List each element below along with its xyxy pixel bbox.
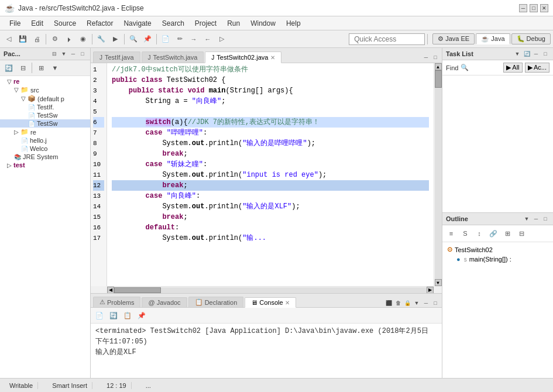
console-tab-close-btn[interactable]: ✕ <box>285 300 290 306</box>
minimize-panel-button[interactable]: ─ <box>69 50 77 58</box>
console-scroll-lock-btn[interactable]: 🔒 <box>403 299 411 307</box>
tree-item-src[interactable]: ▽ 📁 src <box>0 85 90 94</box>
sync-btn[interactable]: 🔄 <box>2 61 15 74</box>
toolbar-btn-3[interactable]: 🖨 <box>30 33 43 46</box>
filter-all-btn[interactable]: ▶ All <box>503 63 523 73</box>
tree-item-default-package[interactable]: ▽ 📦 (default p <box>0 94 90 103</box>
tree-item-testif[interactable]: 📄 TestIf. <box>0 103 90 111</box>
console-new-btn[interactable]: 📄 <box>93 309 106 322</box>
quick-access-input[interactable] <box>349 33 425 45</box>
tree-item-welcome[interactable]: 📄 Welco <box>0 145 90 153</box>
task-view-menu-btn[interactable]: ▼ <box>513 50 521 58</box>
toolbar-btn-8[interactable]: ▶ <box>109 33 122 46</box>
toolbar-btn-9[interactable]: 🔍 <box>127 33 140 46</box>
toolbar-btn-6[interactable]: ◉ <box>77 33 90 46</box>
console-refresh-btn[interactable]: 🔄 <box>107 309 120 322</box>
console-view-menu-btn[interactable]: ▼ <box>413 299 421 307</box>
view-menu2-btn[interactable]: ▼ <box>49 61 61 74</box>
console-paste-btn[interactable]: 📌 <box>135 309 148 322</box>
outline-hide-fields-btn[interactable]: ≡ <box>445 227 458 240</box>
outline-link-btn[interactable]: 🔗 <box>487 227 500 240</box>
console-minimize-btn[interactable]: ─ <box>422 299 430 307</box>
menu-refactor[interactable]: Refactor <box>82 18 118 29</box>
collapse-btn[interactable]: ⊟ <box>16 61 29 74</box>
toolbar-btn-5[interactable]: ⏵ <box>63 33 75 46</box>
scrollbar-thumb[interactable] <box>435 70 442 88</box>
outline-collapse-btn[interactable]: ⊟ <box>515 227 528 240</box>
tree-item-testswitch[interactable]: 📄 TestSw <box>0 111 90 119</box>
menu-search[interactable]: Search <box>157 18 189 29</box>
toolbar-btn-11[interactable]: 📄 <box>159 33 172 46</box>
outline-expand-btn[interactable]: ⊞ <box>501 227 514 240</box>
hscroll-left-btn[interactable]: ◀ <box>107 287 114 294</box>
perspective-java-ee[interactable]: ⚙ Java EE <box>432 33 475 44</box>
toolbar-btn-13[interactable]: → <box>187 33 200 46</box>
toolbar-btn-1[interactable]: ◁ <box>2 33 15 46</box>
tree-item-test[interactable]: ▷ test <box>0 161 90 169</box>
task-minimize-btn[interactable]: ─ <box>532 50 540 58</box>
tree-item-jre[interactable]: 📚 JRE System <box>0 153 90 161</box>
maximize-panel-button[interactable]: □ <box>78 50 87 58</box>
tab-javadoc[interactable]: @ Javadoc <box>142 297 187 307</box>
outline-class[interactable]: ⊙ TestSwitch02 <box>445 245 551 255</box>
tree-item-re2[interactable]: ▷ 📁 re <box>0 128 90 136</box>
toolbar-btn-2[interactable]: 💾 <box>16 33 29 46</box>
outline-header: Outline ▼ ─ □ <box>442 213 553 225</box>
outline-maximize-btn[interactable]: □ <box>541 215 549 223</box>
tree-item-re[interactable]: ▽ re <box>0 77 90 85</box>
outline-minimize-btn[interactable]: ─ <box>532 215 540 223</box>
view-menu-button[interactable]: ▼ <box>60 50 68 58</box>
editor-minimize-btn[interactable]: ─ <box>422 53 430 61</box>
tab-problems[interactable]: ⚠ Problems <box>93 297 140 307</box>
toolbar-btn-14[interactable]: ← <box>201 33 214 46</box>
hscroll-right-btn[interactable]: ▶ <box>427 287 434 294</box>
console-maximize-btn[interactable]: □ <box>431 299 439 307</box>
scrollbar-down-btn[interactable]: ▼ <box>435 279 442 286</box>
code-content[interactable]: //jdk7.0中switch可以使用字符串做条件 public class T… <box>107 63 434 286</box>
toolbar-btn-12[interactable]: ✏ <box>173 33 186 46</box>
toolbar-btn-10[interactable]: 📌 <box>141 33 154 46</box>
tree-item-testswitch02[interactable]: 📄 TestSw <box>0 119 90 128</box>
toolbar-btn-4[interactable]: ⚙ <box>49 33 61 46</box>
toolbar-btn-15[interactable]: ▷ <box>215 33 228 46</box>
maximize-button[interactable]: □ <box>530 4 538 12</box>
task-sync-btn[interactable]: 🔄 <box>523 50 531 58</box>
close-button[interactable]: ✕ <box>540 4 548 12</box>
tab-console[interactable]: 🖥 Console ✕ <box>245 297 296 308</box>
scrollbar-up-btn[interactable]: ▲ <box>435 63 442 70</box>
filter-ac-btn[interactable]: ▶ Ac... <box>525 63 549 73</box>
menu-file[interactable]: File <box>5 18 25 29</box>
task-maximize-btn[interactable]: □ <box>541 50 549 58</box>
menu-project[interactable]: Project <box>190 18 221 29</box>
filter-btn[interactable]: ⊞ <box>35 61 47 74</box>
menu-edit[interactable]: Edit <box>26 18 48 29</box>
outline-method[interactable]: ● s main(String[]) : <box>445 255 551 264</box>
tree-item-hello[interactable]: 📄 hello.j <box>0 136 90 145</box>
menu-navigate[interactable]: Navigate <box>119 18 156 29</box>
tab-close-button[interactable]: ✕ <box>270 54 275 61</box>
perspective-java[interactable]: ☕ Java <box>476 33 510 44</box>
tab-testswitch[interactable]: J TestSwitch.java <box>142 51 204 63</box>
menu-help[interactable]: Help <box>281 18 305 29</box>
minimize-button[interactable]: ─ <box>519 4 527 12</box>
outline-sort-btn[interactable]: ↕ <box>473 227 486 240</box>
editor-maximize-btn[interactable]: □ <box>431 53 439 61</box>
hscroll-thumb[interactable] <box>114 287 161 293</box>
menu-window[interactable]: Window <box>246 18 280 29</box>
file-icon: 📄 <box>28 121 35 127</box>
toolbar-btn-7[interactable]: 🔧 <box>95 33 108 46</box>
console-copy-btn[interactable]: 📋 <box>121 309 134 322</box>
console-clear-btn[interactable]: 🗑 <box>394 299 402 307</box>
console-stop-btn[interactable]: ⬛ <box>384 299 393 307</box>
tab-declaration[interactable]: 📋 Declaration <box>188 297 244 307</box>
collapse-all-button[interactable]: ⊟ <box>50 50 59 58</box>
editor-hscrollbar[interactable]: ◀ ▶ <box>107 286 434 293</box>
outline-view-menu-btn[interactable]: ▼ <box>523 215 531 223</box>
outline-hide-static-btn[interactable]: S <box>459 227 472 240</box>
menu-run[interactable]: Run <box>222 18 245 29</box>
tab-testswitch02[interactable]: J TestSwitch02.java ✕ <box>205 51 281 63</box>
editor-vscrollbar[interactable]: ▲ ▼ <box>434 63 442 286</box>
menu-source[interactable]: Source <box>49 18 81 29</box>
perspective-debug[interactable]: 🐛 Debug <box>511 33 551 44</box>
tab-testif[interactable]: J TestIf.java <box>93 51 140 63</box>
